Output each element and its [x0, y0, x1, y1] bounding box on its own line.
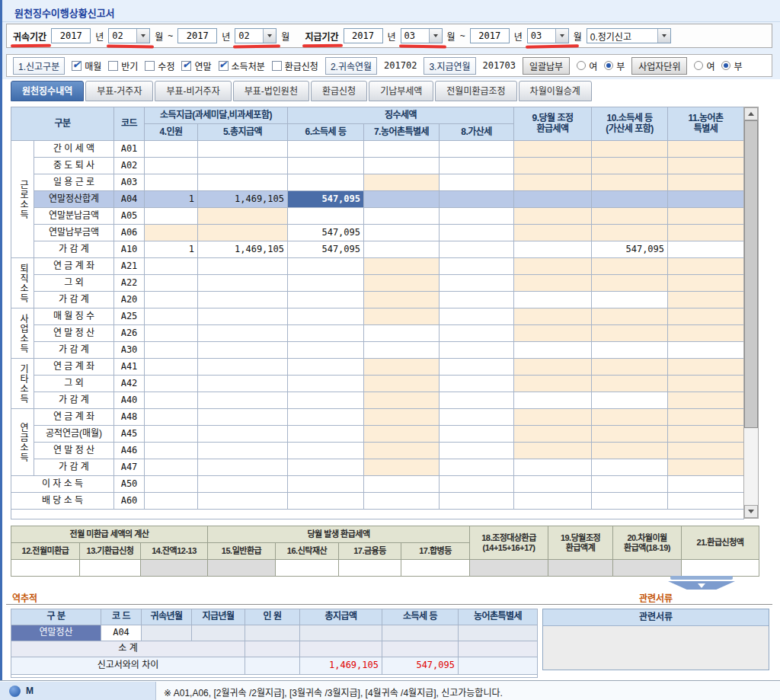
row-label[interactable]: 가 감 계	[34, 292, 114, 308]
value-cell[interactable]	[514, 158, 592, 174]
value-cell[interactable]	[514, 292, 592, 308]
value-cell[interactable]	[364, 141, 440, 158]
value-cell[interactable]	[364, 342, 440, 359]
value-cell[interactable]	[198, 141, 288, 158]
row-code[interactable]: A60	[114, 493, 145, 510]
value-cell[interactable]	[288, 342, 364, 359]
scroll-up-button[interactable]	[744, 107, 758, 120]
row-label[interactable]: 배 당 소 득	[11, 493, 114, 510]
value-cell[interactable]	[142, 625, 192, 641]
value-cell[interactable]	[364, 392, 440, 409]
value-cell[interactable]	[592, 342, 668, 359]
value-cell[interactable]	[288, 158, 364, 174]
value-cell[interactable]	[440, 493, 514, 510]
value-cell[interactable]	[668, 325, 744, 342]
pay-year1-input[interactable]	[344, 28, 383, 43]
value-cell[interactable]	[514, 392, 592, 409]
value-cell[interactable]	[459, 641, 538, 657]
value-cell[interactable]	[592, 225, 668, 241]
value-cell[interactable]	[198, 275, 288, 292]
lump-payment-radio-no[interactable]: 부	[604, 59, 625, 72]
value-cell[interactable]	[668, 225, 744, 241]
value-cell[interactable]	[11, 675, 538, 678]
value-cell[interactable]	[440, 392, 514, 409]
value-cell[interactable]	[364, 476, 440, 493]
value-cell[interactable]: 1,469,105	[198, 241, 288, 258]
value-cell[interactable]: 547,095	[592, 241, 668, 258]
value-cell[interactable]	[145, 443, 198, 459]
value-cell[interactable]	[514, 409, 592, 426]
tab-prepaid-tax[interactable]: 기납부세액	[369, 81, 433, 101]
value-cell[interactable]	[514, 225, 592, 241]
value-cell[interactable]	[145, 208, 198, 225]
value-cell[interactable]	[364, 493, 440, 510]
value-cell[interactable]	[80, 560, 141, 577]
value-cell[interactable]	[514, 476, 592, 493]
belong-year2-input[interactable]	[177, 28, 217, 43]
value-cell[interactable]	[459, 657, 538, 675]
value-cell[interactable]	[288, 359, 364, 376]
value-cell[interactable]	[440, 241, 514, 258]
value-cell[interactable]	[440, 258, 514, 275]
row-code[interactable]: A47	[114, 459, 145, 476]
value-cell[interactable]	[470, 560, 548, 577]
value-cell[interactable]	[288, 325, 364, 342]
value-cell[interactable]	[245, 657, 300, 675]
lump-payment-radio-yes[interactable]: 여	[577, 59, 597, 72]
row-code[interactable]: A06	[114, 225, 145, 241]
value-cell[interactable]	[145, 359, 198, 376]
value-cell[interactable]	[198, 342, 288, 359]
value-cell[interactable]	[514, 174, 592, 191]
row-code[interactable]: A48	[114, 409, 145, 426]
value-cell[interactable]	[592, 141, 668, 158]
row-code[interactable]: A25	[114, 308, 145, 325]
value-cell[interactable]	[364, 225, 440, 241]
row-code[interactable]: A04	[101, 625, 142, 641]
value-cell[interactable]	[592, 476, 668, 493]
row-label[interactable]: 연말분납금액	[34, 208, 114, 225]
row-code[interactable]: A03	[114, 174, 145, 191]
tab-withholding-details[interactable]: 원천징수내역	[11, 81, 84, 101]
value-cell[interactable]	[592, 208, 668, 225]
tab-sub-nonresident[interactable]: 부표-비거주자	[155, 81, 231, 101]
value-cell[interactable]	[514, 258, 592, 275]
value-cell[interactable]	[145, 325, 198, 342]
value-cell[interactable]	[514, 191, 592, 208]
value-cell[interactable]	[198, 459, 288, 476]
row-label[interactable]: 신고서와의 차이	[11, 657, 245, 675]
value-cell[interactable]	[364, 275, 440, 292]
row-label[interactable]: 연말정산합계	[34, 191, 114, 208]
value-cell[interactable]	[11, 560, 80, 577]
value-cell[interactable]	[668, 308, 744, 325]
value-cell[interactable]	[514, 342, 592, 359]
value-cell[interactable]	[364, 409, 440, 426]
value-cell[interactable]	[364, 325, 440, 342]
checkbox-refund-request[interactable]: 환급신청	[272, 59, 318, 72]
value-cell[interactable]	[198, 158, 288, 174]
splitter-collapse-button[interactable]	[668, 581, 735, 590]
row-label[interactable]: 매 월 징 수	[34, 308, 114, 325]
value-cell[interactable]	[198, 426, 288, 443]
pay-year2-input[interactable]	[470, 28, 510, 43]
checkbox-monthly[interactable]: 매월	[72, 59, 101, 72]
belong-year1-input[interactable]	[51, 28, 91, 43]
value-cell[interactable]	[440, 191, 514, 208]
value-cell[interactable]	[364, 359, 440, 376]
value-cell[interactable]: 547,095	[288, 191, 364, 208]
row-label[interactable]: 가 감 계	[34, 241, 114, 258]
value-cell[interactable]	[592, 426, 668, 443]
checkbox-yearend[interactable]: 연말	[181, 59, 211, 72]
value-cell[interactable]: 1,469,105	[300, 657, 382, 675]
value-cell[interactable]	[668, 476, 744, 493]
value-cell[interactable]	[145, 459, 198, 476]
value-cell[interactable]	[288, 459, 364, 476]
row-code[interactable]: A05	[114, 208, 145, 225]
value-cell[interactable]	[364, 208, 440, 225]
value-cell[interactable]	[668, 376, 744, 392]
value-cell[interactable]	[592, 325, 668, 342]
value-cell[interactable]	[440, 325, 514, 342]
checkbox-halfyear[interactable]: 반기	[108, 59, 138, 72]
value-cell[interactable]	[668, 191, 744, 208]
value-cell[interactable]	[145, 258, 198, 275]
checkbox-amended[interactable]: 수정	[145, 59, 174, 72]
